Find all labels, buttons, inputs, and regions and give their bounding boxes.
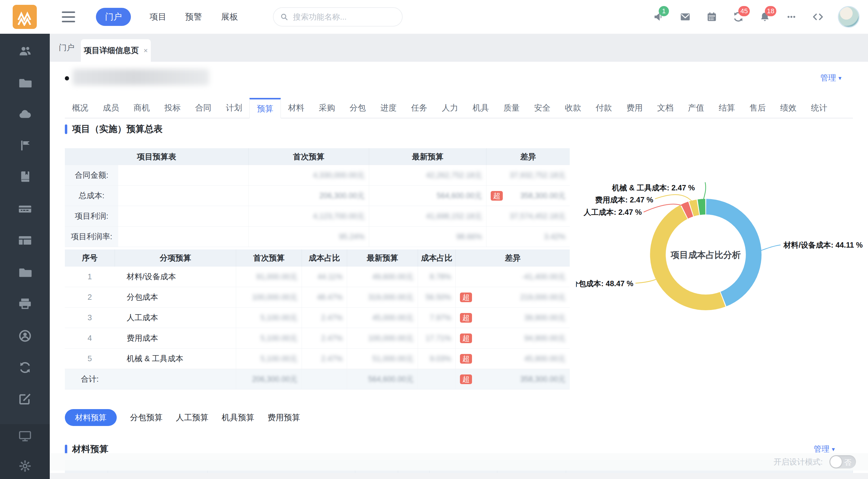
tab-procurement[interactable]: 采购: [312, 98, 342, 118]
sidebar-item-flag[interactable]: [18, 139, 32, 152]
sidebar-item-users[interactable]: [18, 44, 32, 59]
app-logo[interactable]: [13, 5, 37, 29]
id-card-icon: [18, 202, 32, 216]
callout-machine: 机械 & 工具成本: 2.47 %: [612, 183, 695, 192]
over-budget-badge: 超: [460, 334, 472, 343]
tab-receipts[interactable]: 收款: [558, 98, 588, 118]
sidebar-item-sync[interactable]: [18, 361, 32, 374]
subtab-subcontract-budget[interactable]: 分包预算: [130, 412, 162, 423]
calendar-button[interactable]: [705, 10, 718, 24]
sync-button[interactable]: 45: [732, 10, 745, 24]
tab-bidding[interactable]: 投标: [157, 98, 188, 118]
slice-machine[interactable]: [699, 207, 706, 207]
search-input[interactable]: [292, 12, 396, 22]
tab-subcontract[interactable]: 分包: [342, 98, 373, 118]
chevron-down-icon: ▾: [832, 446, 835, 453]
mail-button[interactable]: [679, 10, 692, 24]
toggle-knob: [830, 456, 842, 468]
sidebar-item-cloud[interactable]: [18, 108, 32, 122]
tab-performance[interactable]: 绩效: [773, 98, 804, 118]
announce-badge: 1: [659, 6, 669, 16]
window-tabs: 门户 项目详细信息页 ×: [50, 34, 868, 62]
close-icon[interactable]: ×: [144, 46, 148, 55]
project-title-redacted: [73, 69, 209, 85]
over-budget-badge: 超: [491, 191, 503, 201]
tab-labor[interactable]: 人力: [435, 98, 465, 118]
monitor-icon: [18, 429, 32, 443]
notifications-button[interactable]: 18: [758, 10, 772, 24]
manage-dropdown-material[interactable]: 管理▾: [814, 444, 835, 454]
detail-tabs: 概况 成员 商机 投标 合同 计划 预算 材料 采购 分包 进度 任务 人力 机…: [65, 98, 853, 118]
tab-contract[interactable]: 合同: [188, 98, 219, 118]
tab-quality[interactable]: 质量: [496, 98, 527, 118]
tab-output[interactable]: 产值: [681, 98, 711, 118]
book-icon: [18, 170, 32, 184]
section-title: 项目（实施）预算总表: [72, 123, 162, 135]
tab-aftersales[interactable]: 售后: [742, 98, 773, 118]
tab-budget[interactable]: 预算: [249, 98, 281, 118]
tab-tasks[interactable]: 任务: [404, 98, 435, 118]
over-budget-badge: 超: [460, 354, 472, 364]
tab-documents[interactable]: 文档: [650, 98, 681, 118]
budget-subtabs: 材料预算 分包预算 人工预算 机具预算 费用预算: [65, 409, 300, 426]
tab-safety[interactable]: 安全: [527, 98, 558, 118]
over-budget-badge: 超: [460, 374, 472, 384]
tab-material[interactable]: 材料: [281, 98, 312, 118]
tab-settlement[interactable]: 结算: [711, 98, 742, 118]
code-button[interactable]: [811, 10, 825, 24]
nav-pill-portal[interactable]: 门户: [96, 8, 131, 26]
sidebar-item-layout[interactable]: [18, 234, 32, 247]
table-total-row: 合计: 206,300.00元 564,600.00元 超 358,300.00…: [65, 369, 570, 389]
table-row: 3 人工成本 5,100.00元 2.47% 45,000.00元 7.97% …: [65, 308, 570, 328]
leader-line-fee: [655, 195, 693, 202]
subtab-labor-budget[interactable]: 人工预算: [176, 412, 208, 423]
sync-icon: [18, 360, 32, 375]
menu-icon[interactable]: [62, 11, 75, 22]
subtab-machine-budget[interactable]: 机具预算: [222, 412, 254, 423]
design-mode-toggle[interactable]: 否: [829, 455, 856, 469]
subtab-material-budget[interactable]: 材料预算: [65, 409, 117, 426]
sidebar-item-monitor[interactable]: [18, 429, 32, 443]
tab-portal[interactable]: 门户: [59, 34, 74, 62]
tab-opportunity[interactable]: 商机: [126, 98, 157, 118]
nav-pill-board[interactable]: 展板: [212, 8, 247, 26]
bottom-band: [50, 473, 868, 479]
over-budget-badge: 超: [460, 313, 472, 323]
tab-plan[interactable]: 计划: [219, 98, 249, 118]
sidebar-item-projects[interactable]: [18, 76, 32, 90]
tab-payments[interactable]: 付款: [588, 98, 619, 118]
table-row: 5 机械 & 工具成本 5,100.00元 2.47% 51,000.00元 9…: [65, 348, 570, 369]
slice-labor[interactable]: [685, 209, 691, 211]
more-button[interactable]: [785, 10, 798, 24]
sidebar-item-book[interactable]: [18, 170, 32, 184]
announcement-button[interactable]: 1: [652, 10, 665, 24]
subtab-fee-budget[interactable]: 费用预算: [268, 412, 300, 423]
flag-icon: [18, 139, 32, 152]
toggle-state: 否: [844, 457, 851, 467]
tab-statistics[interactable]: 统计: [804, 98, 835, 118]
tab-expenses[interactable]: 费用: [619, 98, 650, 118]
sidebar-item-contacts[interactable]: [18, 329, 32, 343]
nav-pill-project[interactable]: 项目: [141, 8, 176, 26]
sidebar-item-files[interactable]: [18, 265, 32, 279]
slice-fee[interactable]: [691, 207, 698, 209]
avatar[interactable]: [838, 6, 860, 28]
sidebar-item-edit[interactable]: [18, 392, 32, 406]
nav-pill-alert[interactable]: 预警: [176, 8, 211, 26]
tab-machines[interactable]: 机具: [465, 98, 496, 118]
tab-progress[interactable]: 进度: [373, 98, 404, 118]
leader-line-material: [761, 245, 780, 251]
sidebar-item-print[interactable]: [18, 297, 32, 311]
manage-dropdown[interactable]: 管理▾: [820, 73, 841, 83]
donut-center-title: 项目成本占比分析: [671, 250, 741, 260]
tab-overview[interactable]: 概况: [65, 98, 96, 118]
summary-table-header: 项目预算表 首次预算 最新预算 差异: [65, 148, 570, 165]
tab-project-detail[interactable]: 项目详细信息页 ×: [81, 39, 151, 62]
search-icon: [280, 12, 288, 22]
layout-icon: [18, 234, 32, 247]
sidebar-item-settings[interactable]: [18, 459, 32, 473]
chevron-down-icon: ▾: [838, 74, 841, 82]
search-box[interactable]: [273, 7, 403, 27]
sidebar-item-card[interactable]: [18, 202, 32, 216]
tab-members[interactable]: 成员: [96, 98, 126, 118]
